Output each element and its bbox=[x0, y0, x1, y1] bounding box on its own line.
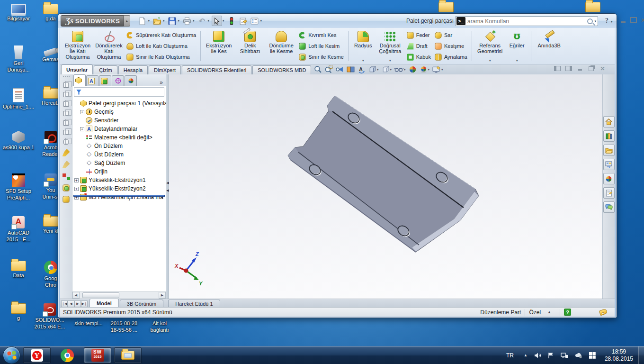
tab-hesapla[interactable]: Hesapla bbox=[118, 65, 148, 74]
displaymanager-tab[interactable] bbox=[125, 75, 137, 86]
help-button[interactable]: ? bbox=[605, 17, 608, 25]
search-icon[interactable] bbox=[587, 18, 593, 24]
tree-filter[interactable] bbox=[74, 87, 164, 97]
zoom-to-area-icon[interactable] bbox=[325, 65, 333, 73]
doc-close-button[interactable]: ✕ bbox=[599, 65, 606, 72]
save-button[interactable] bbox=[167, 16, 177, 26]
boundary-cut-button[interactable]: Sınır ile Kesme bbox=[299, 52, 344, 62]
lofted-boss-button[interactable]: Loft ile Katı Oluşturma bbox=[126, 41, 196, 51]
desktop-icon-skin-templ[interactable]: skin-templ... bbox=[71, 320, 106, 327]
display-style-caret[interactable]: ▾ bbox=[390, 68, 392, 72]
view-palette-button[interactable] bbox=[603, 159, 615, 170]
prev-tab-button[interactable]: ◀ bbox=[68, 300, 74, 307]
standard-view-cube-icon[interactable] bbox=[63, 120, 69, 126]
standard-view-cube-icon[interactable] bbox=[63, 130, 69, 135]
taskbar-explorer-button[interactable] bbox=[114, 347, 142, 364]
tree-item-front-plane[interactable]: Ön Düzlem bbox=[72, 142, 166, 150]
show-desktop-button[interactable] bbox=[638, 346, 644, 364]
last-tab-button[interactable]: ▶❘ bbox=[81, 300, 88, 307]
print-dropdown-caret[interactable]: ▾ bbox=[193, 19, 195, 23]
tree-item-annotations[interactable]: + Detaylandırmalar bbox=[72, 125, 166, 133]
desktop-icon-folder-top2[interactable] bbox=[575, 2, 610, 14]
dimxpertmanager-tab[interactable] bbox=[112, 75, 124, 86]
pane-left-button[interactable] bbox=[554, 65, 561, 72]
fillet-dropdown-caret[interactable]: ▾ bbox=[362, 59, 364, 63]
title-bar[interactable]: Ʒs SOLIDWORKS ▸ ▾ ▾ ▾ ▾ ↶ ▾ ▾ bbox=[58, 14, 617, 28]
options-list-button[interactable] bbox=[249, 16, 259, 26]
swap-entities-icon[interactable] bbox=[63, 173, 70, 180]
hole-wizard-button[interactable]: Delik Sihirbazı bbox=[234, 29, 266, 63]
xpress-products-button[interactable] bbox=[226, 16, 237, 26]
design-library-button[interactable] bbox=[603, 130, 615, 142]
search-commands-box[interactable]: >_ ▾ bbox=[455, 16, 598, 26]
custom-properties-button[interactable] bbox=[603, 187, 615, 199]
view-settings-icon[interactable]: ▾ bbox=[432, 66, 443, 73]
save-dropdown-caret[interactable]: ▾ bbox=[178, 19, 179, 23]
motion-study-tab[interactable]: Hareket Etüdü 1 bbox=[168, 300, 220, 307]
pane-right-button[interactable] bbox=[565, 65, 572, 72]
tree-item-sensors[interactable]: Sensörler bbox=[72, 116, 166, 125]
action-center-flag-icon[interactable] bbox=[548, 352, 554, 359]
tree-item-top-plane[interactable]: Üst Düzlem bbox=[72, 150, 166, 159]
standard-view-cube-icon[interactable] bbox=[63, 82, 69, 88]
boss-extrude-button[interactable]: Ekstrüzyon İle Katı Oluşturma bbox=[62, 29, 93, 63]
expand-toggle[interactable]: + bbox=[74, 178, 79, 182]
status-help-icon[interactable]: ? bbox=[564, 309, 571, 316]
desktop-icon-altkol[interactable]: Alt kol bağlantı bbox=[142, 320, 177, 334]
isometric-view-icon[interactable] bbox=[63, 139, 69, 145]
select-dropdown-caret[interactable]: ▾ bbox=[223, 19, 224, 23]
doc-minimize-button[interactable] bbox=[576, 65, 583, 72]
resources-home-button[interactable] bbox=[603, 116, 615, 127]
solid-feature-icon[interactable] bbox=[63, 184, 69, 191]
desktop-icon-data[interactable]: Data bbox=[1, 261, 36, 279]
maximize-button[interactable] bbox=[629, 17, 637, 24]
zoom-to-fit-icon[interactable] bbox=[314, 65, 322, 73]
filter-input[interactable] bbox=[83, 89, 164, 95]
file-properties-button[interactable] bbox=[238, 16, 248, 26]
scroll-right-arrow[interactable]: ▶ bbox=[159, 292, 166, 299]
hide-show-caret[interactable]: ▾ bbox=[404, 68, 406, 72]
desktop-icon-optifine[interactable]: OptiFine_1.... bbox=[1, 88, 36, 110]
volume-icon[interactable] bbox=[534, 352, 541, 359]
new-document-button[interactable] bbox=[137, 16, 147, 26]
tab-mbd[interactable]: SOLIDWORKS MBD bbox=[252, 65, 311, 74]
scroll-left-arrow[interactable]: ◀ bbox=[72, 292, 80, 299]
tree-item-origin[interactable]: Orijin bbox=[72, 167, 166, 176]
desktop-icon-g[interactable]: g bbox=[1, 303, 36, 322]
close-button[interactable]: ✕ bbox=[639, 17, 644, 24]
desktop-icon-folder-top1[interactable] bbox=[429, 2, 464, 14]
taskbar-chrome-button[interactable] bbox=[54, 347, 81, 364]
lofted-cut-button[interactable]: Loft ile Kesim bbox=[299, 41, 344, 51]
print-button[interactable] bbox=[182, 16, 192, 26]
solid-feature-icon[interactable] bbox=[63, 196, 69, 202]
taskbar-yandex-button[interactable] bbox=[23, 347, 51, 364]
tab-cizim[interactable]: Çizim bbox=[94, 65, 117, 74]
pattern-dropdown-caret[interactable]: ▾ bbox=[389, 59, 391, 63]
tree-item-history[interactable]: + Geçmiş bbox=[72, 108, 166, 116]
undo-dropdown-caret[interactable]: ▾ bbox=[207, 19, 209, 23]
cloud-sync-icon[interactable] bbox=[575, 352, 582, 358]
linear-pattern-button[interactable]: Doğrusal Çoğaltma ▾ bbox=[376, 29, 405, 63]
tag-icon[interactable] bbox=[599, 309, 608, 316]
scroll-thumb[interactable] bbox=[82, 292, 119, 298]
desktop-icon-computer[interactable]: Bilgisayar bbox=[1, 4, 36, 22]
mirror-button[interactable]: Aynalama bbox=[435, 52, 467, 62]
forum-button[interactable] bbox=[603, 201, 615, 213]
configurationmanager-tab[interactable] bbox=[99, 75, 111, 86]
toolbar-grip[interactable] bbox=[63, 76, 70, 78]
swept-boss-button[interactable]: Süpürerek Katı Oluşturma bbox=[126, 30, 196, 40]
revolved-boss-button[interactable]: Döndürerek Katı Oluşturma bbox=[93, 29, 125, 63]
expand-pane-chevron[interactable]: » bbox=[160, 79, 163, 86]
reference-geometry-button[interactable]: Referans Geometrisi ▾ bbox=[474, 29, 506, 63]
status-units-selector[interactable]: Özel bbox=[529, 309, 541, 316]
shell-button[interactable]: Kabuk bbox=[407, 52, 431, 62]
file-explorer-button[interactable] bbox=[603, 145, 615, 156]
tab-eklentiler[interactable]: SOLIDWORKS Eklentileri bbox=[182, 65, 251, 74]
reference-dropdown-caret[interactable]: ▾ bbox=[489, 59, 491, 63]
hide-show-items-icon[interactable]: ▾ bbox=[394, 66, 406, 73]
boundary-boss-button[interactable]: Sınır ile Katı Oluşturma bbox=[126, 52, 196, 62]
first-tab-button[interactable]: ❘◀ bbox=[61, 300, 68, 307]
section-view-icon[interactable] bbox=[347, 65, 355, 73]
windows-update-icon[interactable] bbox=[589, 352, 596, 359]
featuremanager-tab[interactable] bbox=[73, 74, 86, 86]
